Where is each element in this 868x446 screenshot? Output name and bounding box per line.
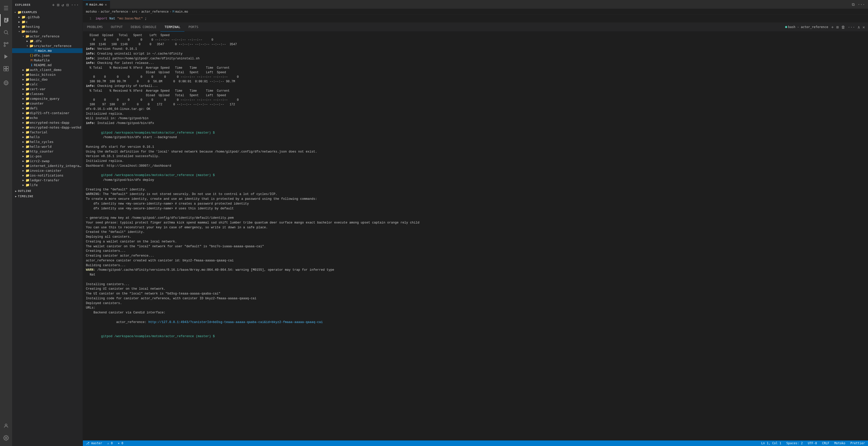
line-number-1: 1 <box>83 16 95 21</box>
terminal-line: Will install in: /home/gitpod/bin <box>86 116 865 121</box>
tree-item-hello-cycles[interactable]: ▶ 📁 hello_cycles <box>12 139 83 144</box>
terminal-line: Creating the "default" identity. <box>86 187 865 192</box>
tree-item-dfx-json[interactable]: ▶ {} dfx.json <box>12 53 83 58</box>
new-folder-icon[interactable]: ⊞ <box>56 2 60 8</box>
terminal-output[interactable]: Dload Upload Total Spent Left Speed 0 0 … <box>83 32 868 441</box>
tree-item-calc[interactable]: ▶ 📁 calc <box>12 82 83 87</box>
tree-item-encrypted-notes-vetkd[interactable]: ▶ 📁 encrypted-notes-dapp-vetkd <box>12 125 83 130</box>
tree-item-classes[interactable]: ▶ 📁 classes <box>12 91 83 96</box>
tree-item-invoice-canister[interactable]: ▶ 📁 invoice-canister <box>12 168 83 173</box>
terminal-line: info: Creating uninstall script in ~/.ca… <box>86 52 865 56</box>
status-cursor-position[interactable]: Ln 1, Col 1 <box>760 442 782 445</box>
breadcrumb-motoko[interactable]: motoko <box>86 10 97 13</box>
refresh-icon[interactable]: ↺ <box>61 2 65 8</box>
tree-item-makefile[interactable]: ▶ M Makefile <box>12 58 83 63</box>
explorer-activity-icon[interactable] <box>0 14 12 26</box>
tree-item-internet-identity[interactable]: ▶ 📁 internet_identity_integration <box>12 163 83 168</box>
tree-item-hello[interactable]: ▶ 📁 hello <box>12 135 83 139</box>
collapse-all-icon[interactable]: ⊟ <box>66 2 69 8</box>
status-git-branch[interactable]: ⎇ master <box>85 442 103 445</box>
timeline-section-header[interactable]: ▶ TIMELINE <box>12 194 83 199</box>
tree-item-dip721-nft[interactable]: ▶ 📁 dip721-nft-container <box>12 110 83 116</box>
terminal-warn-line: WARN: /home/gitpod/.cache/dfinity/versio… <box>86 268 865 273</box>
tree-item-counter[interactable]: ▶ 📁 counter <box>12 101 83 106</box>
split-editor-icon[interactable]: ⧉ <box>851 1 856 7</box>
tree-item-life[interactable]: ▶ 📁 life <box>12 183 83 187</box>
tree-item-cert-var[interactable]: ▶ 📁 cert-var <box>12 87 83 91</box>
tree-item-auth-client-demo[interactable]: ▶ 📁 auth_client_demo <box>12 67 83 72</box>
terminal-line: Your seed phrase: typical protect finger… <box>86 221 865 225</box>
terminal-line: 0 0 0 0 0 0 --:--:-- --:--:-- --:--:-- 0 <box>86 38 865 42</box>
add-terminal-icon[interactable]: + <box>830 24 835 30</box>
tree-item-actor-reference[interactable]: ▾ 📂 actor_reference <box>12 34 83 39</box>
terminal-line: Version v0.16.1 installed successfully. <box>86 154 865 159</box>
terminal-line: Creating canister actor_reference... <box>86 254 865 258</box>
tab-debug-console[interactable]: DEBUG CONSOLE <box>127 23 161 32</box>
status-language[interactable]: Motoko <box>833 442 846 445</box>
panel: PROBLEMS OUTPUT DEBUG CONSOLE TERMINAL P… <box>83 23 868 441</box>
tree-item-ledger-transfer[interactable]: ▶ 📁 ledger-transfer <box>12 178 83 183</box>
new-file-icon[interactable]: + <box>52 2 56 8</box>
breadcrumb-src[interactable]: src <box>132 10 137 13</box>
tree-item-factorial[interactable]: ▶ 📁 factorial <box>12 130 83 135</box>
split-terminal-icon[interactable]: ⊞ <box>835 24 840 30</box>
remote-activity-icon[interactable] <box>0 77 12 89</box>
tab-problems[interactable]: PROBLEMS <box>83 23 107 32</box>
tree-item-dfx[interactable]: ▶ 📁 .dfx <box>12 39 83 43</box>
tab-ports[interactable]: PORTS <box>184 23 203 32</box>
run-debug-activity-icon[interactable] <box>0 51 12 63</box>
root-label: EXAMPLES <box>22 10 83 14</box>
tab-main-mo[interactable]: M main.mo ✕ <box>83 0 110 9</box>
tree-item-composite-query[interactable]: ▶ 📁 composite_query <box>12 96 83 101</box>
maximize-panel-icon[interactable]: ∧ <box>857 24 861 30</box>
tree-item-http-counter[interactable]: ▶ 📁 http_counter <box>12 149 83 154</box>
tree-item-basic-dao[interactable]: ▶ 📁 basic_dao <box>12 77 83 82</box>
tree-item-hello-world[interactable]: ▶ 📁 hello-world <box>12 144 83 149</box>
tab-close-button[interactable]: ✕ <box>105 2 107 6</box>
terminal-line: You can use this to reconstruct your key… <box>86 225 865 230</box>
tree-item-echo[interactable]: ▶ 📁 echo <box>12 116 83 120</box>
extensions-activity-icon[interactable] <box>0 63 12 75</box>
source-control-activity-icon[interactable] <box>0 38 12 51</box>
more-actions-icon[interactable]: ··· <box>857 1 866 7</box>
breadcrumb-filename[interactable]: main.mo <box>175 10 188 13</box>
more-terminal-icon[interactable]: ··· <box>847 24 856 30</box>
tab-icon: M <box>86 2 88 6</box>
tree-item-main-mo[interactable]: ▶ M main.mo <box>12 48 83 53</box>
status-errors[interactable]: ✕ 0 <box>117 442 124 445</box>
breadcrumb-actor-reference2[interactable]: actor_reference <box>141 10 168 13</box>
status-formatter[interactable]: Prettier <box>849 442 866 445</box>
tree-item-icrc2-swap[interactable]: ▶ 📁 icrc2-swap <box>12 159 83 163</box>
more-options-icon[interactable]: ··· <box>70 2 80 8</box>
status-line-endings[interactable]: CRLF <box>821 442 830 445</box>
tree-item-ic-pos[interactable]: ▶ 📁 ic-pos <box>12 154 83 159</box>
status-encoding[interactable]: UTF-8 <box>807 442 818 445</box>
tree-item-encrypted-notes[interactable]: ▶ 📁 encrypted-notes-dapp <box>12 120 83 125</box>
tab-terminal[interactable]: TERMINAL <box>160 23 184 32</box>
tree-item-src-actor-reference[interactable]: ▾ 📂 src/actor_reference <box>12 43 83 48</box>
breadcrumb-actor-reference[interactable]: actor_reference <box>101 10 128 13</box>
status-indentation[interactable]: Spaces: 2 <box>785 442 804 445</box>
outline-section-header[interactable]: ▶ OUTLINE <box>12 188 83 194</box>
kill-terminal-icon[interactable]: 🗑 <box>840 24 846 30</box>
tree-item-ios-notifications[interactable]: ▶ 📁 ios-notifications <box>12 173 83 178</box>
tree-item-c[interactable]: ▶ 📁 c <box>12 20 83 24</box>
tree-root-examples[interactable]: ▾ 📁 EXAMPLES <box>12 10 83 14</box>
tree-item-basic-bitcoin[interactable]: ▶ 📁 basic_bitcoin <box>12 72 83 77</box>
hamburger-menu-icon[interactable]: ☰ <box>0 2 12 14</box>
tree-item-github[interactable]: ▶ 📁 .github <box>12 14 83 20</box>
tree-item-readme[interactable]: ▶ ℹ README.md <box>12 63 83 67</box>
search-activity-icon[interactable] <box>0 26 12 38</box>
tab-output[interactable]: OUTPUT <box>107 23 127 32</box>
tree-item-motoko[interactable]: ▾ 📂 motoko <box>12 29 83 34</box>
settings-activity-icon[interactable] <box>0 432 12 444</box>
account-activity-icon[interactable] <box>0 420 12 432</box>
tree-item-defi[interactable]: ▶ 📁 defi <box>12 106 83 110</box>
status-warnings[interactable]: ⚠ 0 <box>106 442 114 445</box>
svg-point-15 <box>5 437 7 439</box>
tree-item-hosting[interactable]: ▶ 📁 hosting <box>12 24 83 29</box>
line-code-1[interactable]: import Nat "mo:base/Nat" ; <box>95 16 147 21</box>
terminal-line: Deployed canisters. <box>86 301 865 306</box>
close-panel-icon[interactable]: ✕ <box>862 24 866 30</box>
terminal-prompt-line: gitpod /workspace/examples/motoko/actor_… <box>86 168 865 187</box>
